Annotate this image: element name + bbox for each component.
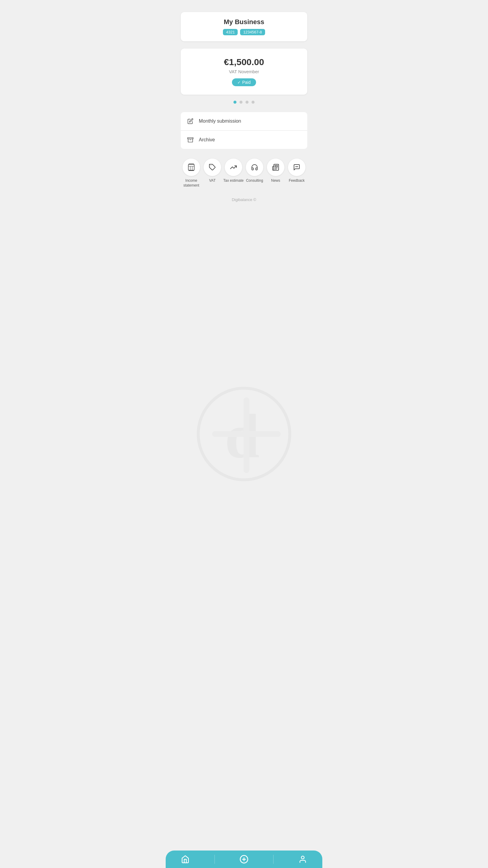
archive-row[interactable]: Archive <box>181 131 307 149</box>
paid-badge: ✓ Paid <box>232 79 256 86</box>
income-statement-icon-circle <box>183 158 200 176</box>
copyright-text: Digibalance © <box>232 197 256 202</box>
badge-1234567: 1234567-8 <box>240 29 265 35</box>
vat-icon-circle <box>204 158 221 176</box>
vat-card: €1,500.00 VAT November ✓ Paid <box>181 49 307 95</box>
nav-profile-button[interactable] <box>293 855 313 864</box>
page-wrapper: d My Business 4321 1234567-8 €1,500.00 V… <box>0 0 488 868</box>
action-income-statement[interactable]: Income statement <box>181 158 202 188</box>
income-statement-label: Income statement <box>181 179 202 188</box>
edit-icon <box>186 117 195 125</box>
consulting-label: Consulting <box>246 179 263 183</box>
nav-divider-2 <box>273 855 273 864</box>
svg-rect-10 <box>188 164 194 170</box>
quick-actions: Income statement VAT T <box>181 158 307 188</box>
feedback-icon-circle <box>288 158 305 176</box>
nav-divider-1 <box>215 855 215 864</box>
action-consulting[interactable]: Consulting <box>244 158 265 188</box>
business-card: My Business 4321 1234567-8 <box>181 12 307 41</box>
paid-text: Paid <box>242 80 251 85</box>
action-tax-estimate[interactable]: Tax estimate <box>223 158 244 188</box>
archive-label: Archive <box>199 137 215 143</box>
tax-estimate-label: Tax estimate <box>223 179 243 183</box>
carousel-dots <box>233 101 255 104</box>
svg-point-21 <box>301 856 304 859</box>
bottom-nav <box>166 850 322 868</box>
svg-rect-4 <box>188 138 193 139</box>
vat-label: VAT November <box>188 69 300 74</box>
monthly-submission-label: Monthly submission <box>199 119 241 124</box>
business-name: My Business <box>188 18 300 26</box>
action-feedback[interactable]: Feedback <box>286 158 307 188</box>
dot-1[interactable] <box>233 101 236 104</box>
archive-icon <box>186 135 195 144</box>
tax-estimate-icon-circle <box>225 158 242 176</box>
action-news[interactable]: News <box>265 158 286 188</box>
feedback-label: Feedback <box>289 179 305 183</box>
business-badges: 4321 1234567-8 <box>188 29 300 35</box>
vat-label-action: VAT <box>209 179 216 183</box>
nav-add-button[interactable] <box>233 855 255 864</box>
badge-4321: 4321 <box>223 29 238 35</box>
check-icon: ✓ <box>237 80 241 85</box>
main-content: My Business 4321 1234567-8 €1,500.00 VAT… <box>166 0 322 868</box>
nav-home-button[interactable] <box>175 855 195 864</box>
dot-2[interactable] <box>239 101 242 104</box>
menu-rows: Monthly submission Archive <box>181 112 307 149</box>
dot-3[interactable] <box>246 101 249 104</box>
dot-4[interactable] <box>252 101 255 104</box>
vat-amount: €1,500.00 <box>188 57 300 67</box>
monthly-submission-row[interactable]: Monthly submission <box>181 112 307 130</box>
consulting-icon-circle <box>246 158 263 176</box>
footer-copyright: Digibalance © <box>170 197 318 204</box>
news-label: News <box>271 179 280 183</box>
news-icon-circle <box>267 158 284 176</box>
action-vat[interactable]: VAT <box>202 158 223 188</box>
